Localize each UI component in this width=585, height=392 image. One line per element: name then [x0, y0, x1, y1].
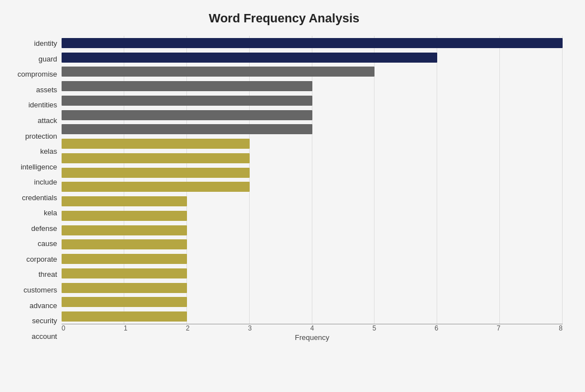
bar-row	[62, 37, 563, 49]
y-label: protection	[25, 129, 57, 143]
bar-row	[62, 167, 563, 179]
x-tick: 8	[559, 324, 563, 332]
bar-row	[62, 51, 563, 64]
x-tick-wrap: 012345678	[62, 324, 563, 332]
y-label: advance	[30, 298, 57, 313]
bar	[62, 297, 187, 307]
y-label: cause	[38, 237, 57, 251]
bars-area	[62, 36, 563, 324]
bar-row	[62, 195, 563, 207]
bar	[62, 182, 250, 192]
y-label: security	[32, 314, 57, 328]
x-axis: 012345678 Frequency	[62, 324, 563, 344]
y-label: threat	[39, 267, 57, 282]
bar-row	[62, 210, 563, 222]
bar-row	[62, 95, 563, 107]
x-tick: 0	[62, 324, 65, 332]
bar	[62, 283, 187, 293]
bar-row	[62, 296, 563, 308]
y-label: credentials	[22, 190, 57, 205]
bar-row	[62, 65, 563, 78]
bars-and-xaxis: 012345678 Frequency	[62, 36, 563, 344]
y-label: intelligence	[21, 159, 57, 174]
x-axis-label: Frequency	[62, 333, 563, 342]
bar	[62, 110, 312, 120]
bar-row	[62, 123, 563, 135]
bar-row	[62, 267, 563, 280]
chart-area: identityguardcompromiseassetsidentitiesa…	[6, 36, 563, 344]
y-label: customers	[24, 283, 57, 297]
y-label: corporate	[26, 252, 57, 266]
bar-row	[62, 282, 563, 294]
chart-container: Word Frequency Analysis identityguardcom…	[0, 0, 585, 392]
bar	[62, 168, 250, 178]
y-label: kela	[44, 206, 57, 220]
y-label: guard	[39, 51, 57, 66]
bar	[62, 139, 250, 149]
y-label: compromise	[17, 67, 57, 82]
bar	[62, 268, 187, 278]
x-tick: 3	[248, 324, 252, 332]
bar-row	[62, 310, 563, 323]
x-tick: 4	[310, 324, 314, 332]
y-label: kelas	[40, 144, 57, 159]
y-label: attack	[38, 114, 57, 128]
bar	[62, 81, 312, 91]
chart-title: Word Frequency Analysis	[6, 11, 563, 26]
bar	[62, 311, 187, 322]
bar-row	[62, 80, 563, 92]
bar	[62, 96, 312, 106]
x-tick: 5	[372, 324, 376, 332]
x-tick: 6	[434, 324, 438, 332]
bar	[62, 196, 187, 206]
bar-row	[62, 253, 563, 265]
x-tick: 7	[497, 324, 500, 332]
bar	[62, 254, 187, 264]
y-label: account	[31, 329, 57, 343]
y-label: identities	[29, 98, 57, 112]
bar	[62, 124, 312, 134]
y-axis: identityguardcompromiseassetsidentitiesa…	[6, 36, 62, 344]
bar-row	[62, 224, 563, 237]
bar	[62, 153, 250, 163]
bar	[62, 239, 187, 249]
bar-row	[62, 238, 563, 251]
y-label: assets	[36, 82, 57, 97]
bar	[62, 211, 187, 221]
bar-row	[62, 109, 563, 121]
bars-inner	[62, 36, 563, 324]
bar-row	[62, 181, 563, 193]
bar	[62, 67, 375, 77]
x-tick: 1	[124, 324, 128, 332]
bar-row	[62, 152, 563, 164]
bar	[62, 38, 563, 48]
y-label: identity	[34, 36, 57, 51]
y-label: defense	[31, 221, 57, 235]
bar-row	[62, 138, 563, 150]
bar	[62, 225, 187, 235]
y-label: include	[34, 175, 57, 190]
bar	[62, 53, 437, 63]
x-tick: 2	[186, 324, 190, 332]
